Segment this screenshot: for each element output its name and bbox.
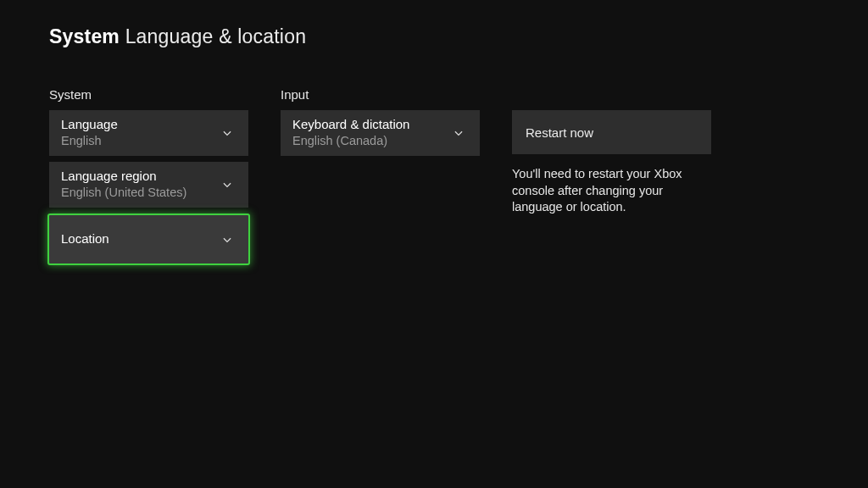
language-region-value: English (United States) xyxy=(61,185,186,202)
language-value: English xyxy=(61,133,118,150)
chevron-down-icon xyxy=(220,125,235,141)
action-column: Restart now You'll need to restart your … xyxy=(512,87,711,271)
language-label: Language xyxy=(61,116,118,133)
restart-button[interactable]: Restart now xyxy=(512,110,711,154)
settings-page: System Language & location System Langua… xyxy=(0,0,868,271)
system-column: System Language English Language region … xyxy=(49,87,248,271)
keyboard-value: English (Canada) xyxy=(292,133,409,150)
location-label: Location xyxy=(61,230,109,247)
restart-info: You'll need to restart your Xbox console… xyxy=(512,166,711,216)
system-heading: System xyxy=(49,87,248,102)
breadcrumb-section: System xyxy=(49,25,120,47)
chevron-down-icon xyxy=(220,232,235,247)
language-region-dropdown[interactable]: Language region English (United States) xyxy=(49,162,248,208)
location-dropdown[interactable]: Location xyxy=(47,214,250,265)
input-heading: Input xyxy=(281,87,480,102)
input-column: Input Keyboard & dictation English (Cana… xyxy=(281,87,480,271)
action-spacer xyxy=(512,87,711,102)
chevron-down-icon xyxy=(220,177,235,192)
language-region-label: Language region xyxy=(61,168,186,185)
breadcrumb-title: Language & location xyxy=(125,25,307,47)
language-dropdown[interactable]: Language English xyxy=(49,110,248,156)
chevron-down-icon xyxy=(451,125,466,141)
keyboard-label: Keyboard & dictation xyxy=(292,116,409,133)
restart-label: Restart now xyxy=(526,125,593,140)
keyboard-dropdown[interactable]: Keyboard & dictation English (Canada) xyxy=(281,110,480,156)
columns: System Language English Language region … xyxy=(49,87,819,271)
breadcrumb: System Language & location xyxy=(49,25,819,48)
